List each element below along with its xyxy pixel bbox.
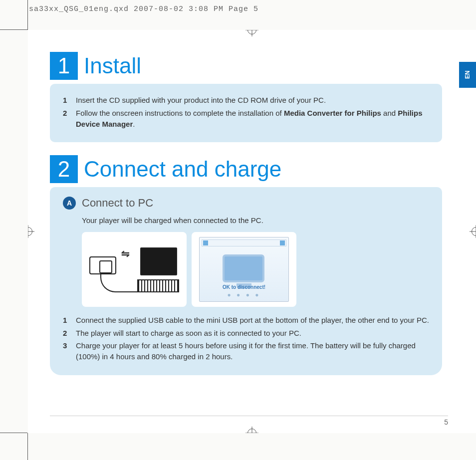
crop-mark xyxy=(0,29,27,30)
page-number: 5 xyxy=(444,418,448,426)
crop-mark xyxy=(0,433,27,433)
illustration-row: ⇋ OK to disconnect! ● ● ● ● xyxy=(82,232,429,307)
step-text: Insert the CD supplied with your product… xyxy=(76,95,429,106)
step-text: Follow the onscreen instructions to comp… xyxy=(76,108,429,130)
usb-icon: ⇋ xyxy=(121,246,130,261)
install-steps-box: 1 Insert the CD supplied with your produ… xyxy=(50,84,442,142)
section-title: Connect and charge xyxy=(84,157,281,182)
list-item: 3 Charge your player for at least 5 hour… xyxy=(63,340,429,362)
software-screenshot: OK to disconnect! ● ● ● ● xyxy=(192,232,296,307)
registration-mark-icon xyxy=(245,30,258,36)
computer-icon xyxy=(223,254,264,282)
usb-connection-diagram: ⇋ xyxy=(82,232,187,307)
list-item: 1 Insert the CD supplied with your produ… xyxy=(63,95,429,106)
step-text: Connect the supplied USB cable to the mi… xyxy=(76,315,429,326)
footer-rule xyxy=(50,416,448,416)
subsection-intro: Your player will be charged when connect… xyxy=(82,215,429,226)
section-title: Install xyxy=(84,53,141,78)
language-tab: EN xyxy=(459,62,476,88)
list-item: 2 The player will start to charge as soo… xyxy=(63,328,429,339)
step-number: 1 xyxy=(63,95,71,106)
registration-mark-icon xyxy=(245,427,258,433)
step-text: The player will start to charge as soon … xyxy=(76,328,429,339)
page-body: EN 1 Install 1 Insert the CD supplied wi… xyxy=(28,30,476,433)
monitor-icon xyxy=(140,247,177,275)
subsection-letter: A xyxy=(63,197,76,210)
subsection-heading: A Connect to PC xyxy=(63,195,429,211)
section-number: 2 xyxy=(50,155,78,183)
connect-steps-box: A Connect to PC Your player will be char… xyxy=(50,187,442,375)
crop-mark xyxy=(27,433,28,460)
registration-mark-icon xyxy=(28,225,34,238)
registration-mark-icon xyxy=(470,225,476,238)
step-number: 2 xyxy=(63,328,71,339)
subsection-title: Connect to PC xyxy=(82,195,153,211)
player-device-icon xyxy=(89,256,116,274)
section-connect-heading: 2 Connect and charge xyxy=(50,155,442,183)
cable-icon xyxy=(100,274,145,292)
step-number: 3 xyxy=(63,340,71,362)
section-number: 1 xyxy=(50,52,78,80)
pager-dots-icon: ● ● ● ● xyxy=(200,291,288,299)
crop-mark xyxy=(27,0,28,30)
step-number: 2 xyxy=(63,108,71,130)
print-header: sa33xx_QSG_01eng.qxd 2007-08-02 3:08 PM … xyxy=(29,5,258,13)
list-item: 1 Connect the supplied USB cable to the … xyxy=(63,315,429,326)
step-text: Charge your player for at least 5 hours … xyxy=(76,340,429,362)
list-item: 2 Follow the onscreen instructions to co… xyxy=(63,108,429,130)
section-install-heading: 1 Install xyxy=(50,52,442,80)
step-number: 1 xyxy=(63,315,71,326)
